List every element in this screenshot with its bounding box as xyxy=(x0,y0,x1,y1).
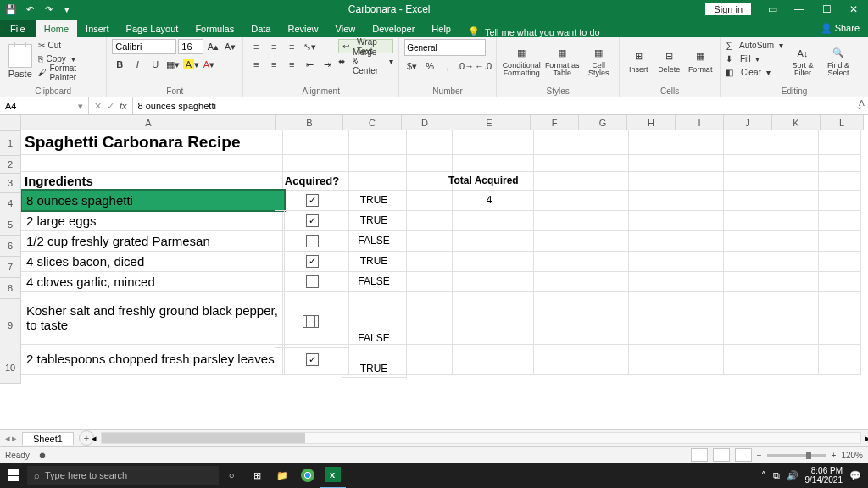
cell-L6[interactable] xyxy=(811,230,861,252)
cell-E7[interactable] xyxy=(445,251,534,272)
percent-icon[interactable]: % xyxy=(422,58,437,74)
cell-C2[interactable] xyxy=(342,154,407,172)
cell-E10[interactable] xyxy=(445,344,534,375)
align-center-icon[interactable]: ≡ xyxy=(266,57,281,72)
cell-B2[interactable] xyxy=(275,154,349,172)
row-header-3[interactable]: 3 xyxy=(0,174,21,193)
conditional-formatting-button[interactable]: ▦Conditional Formatting xyxy=(502,39,541,83)
cell-B5[interactable]: ✓ xyxy=(275,210,349,231)
checkbox-r8[interactable] xyxy=(306,275,319,288)
cell-E2[interactable] xyxy=(445,154,534,172)
cell-L8[interactable] xyxy=(811,271,861,292)
col-header-B[interactable]: B xyxy=(276,115,343,130)
cell-L9[interactable] xyxy=(811,291,861,345)
save-icon[interactable]: 💾 xyxy=(5,3,17,15)
col-header-C[interactable]: C xyxy=(343,115,402,130)
increase-font-icon[interactable]: A▴ xyxy=(205,39,220,54)
clear-button[interactable]: ◧ Clear ▾ xyxy=(726,66,783,79)
cell-A10[interactable]: 2 tablespoons chopped fresh parsley leav… xyxy=(21,344,285,375)
row-header-10[interactable]: 10 xyxy=(0,352,21,384)
formula-input[interactable]: 8 ounces spaghetti xyxy=(133,101,850,111)
cell-A8[interactable]: 4 cloves garlic, minced xyxy=(21,271,285,292)
col-header-G[interactable]: G xyxy=(579,115,627,130)
name-box[interactable]: A4▾ xyxy=(0,97,89,114)
cell-L10[interactable] xyxy=(811,344,861,375)
scroll-thumb[interactable] xyxy=(102,433,305,443)
format-as-table-button[interactable]: ▦Format as Table xyxy=(544,39,580,83)
page-break-view-button[interactable] xyxy=(735,448,752,462)
cell-C3[interactable] xyxy=(342,171,407,191)
cell-L2[interactable] xyxy=(811,154,861,172)
col-header-F[interactable]: F xyxy=(531,115,579,130)
cell-E5[interactable] xyxy=(445,210,534,231)
autosum-button[interactable]: ∑ AutoSum ▾ xyxy=(726,39,783,52)
checkbox-r10[interactable]: ✓ xyxy=(306,353,319,366)
select-all-corner[interactable] xyxy=(0,115,21,131)
cell-E9[interactable] xyxy=(445,291,534,345)
cell-A3[interactable]: Ingredients xyxy=(21,171,283,191)
fx-icon[interactable]: fx xyxy=(120,101,127,111)
tab-view[interactable]: View xyxy=(327,20,364,37)
scroll-left-icon[interactable]: ◂ xyxy=(92,433,97,444)
col-header-L[interactable]: L xyxy=(821,115,864,130)
font-color-button[interactable]: A▾ xyxy=(201,57,216,72)
maximize-icon[interactable]: ☐ xyxy=(815,0,837,19)
checkbox-r5[interactable]: ✓ xyxy=(306,214,319,227)
cell-C7[interactable]: TRUE xyxy=(342,251,407,272)
row-header-1[interactable]: 1 xyxy=(0,131,21,156)
share-button[interactable]: 👤 Share xyxy=(812,19,868,37)
format-painter-button[interactable]: 🖌Format Painter xyxy=(38,66,101,79)
cell-B8[interactable] xyxy=(275,271,349,292)
checkbox-r4[interactable]: ✓ xyxy=(306,194,319,207)
cell-L1[interactable] xyxy=(811,130,861,155)
cell-A2[interactable] xyxy=(21,154,283,172)
delete-cells-button[interactable]: ⊟Delete xyxy=(655,39,682,83)
cell-E3[interactable]: Total Acquired xyxy=(445,171,534,191)
collapse-ribbon-icon[interactable]: ᐱ xyxy=(859,98,865,108)
tab-developer[interactable]: Developer xyxy=(364,20,423,37)
cell-A1[interactable]: Spaghetti Carbonara Recipe xyxy=(21,130,283,155)
row-header-2[interactable]: 2 xyxy=(0,156,21,174)
tray-clock[interactable]: 8:06 PM9/14/2021 xyxy=(805,466,843,485)
zoom-slider[interactable] xyxy=(767,454,826,457)
fill-color-button[interactable]: A▾ xyxy=(183,57,198,72)
tab-review[interactable]: Review xyxy=(279,20,326,37)
sheet-nav-prev-icon[interactable]: ◂ xyxy=(5,433,10,444)
format-cells-button[interactable]: ▦Format xyxy=(686,39,715,83)
macro-record-icon[interactable]: ⏺ xyxy=(38,451,47,460)
normal-view-button[interactable] xyxy=(691,448,708,462)
zoom-out-icon[interactable]: − xyxy=(757,451,762,460)
row-header-9[interactable]: 9 xyxy=(0,299,21,352)
checkbox-r9-b[interactable] xyxy=(303,315,315,328)
taskbar-search[interactable]: ⌕Type here to search xyxy=(27,466,219,485)
row-header-7[interactable]: 7 xyxy=(0,257,21,278)
sheet-tab-sheet1[interactable]: Sheet1 xyxy=(22,432,74,445)
cell-B4[interactable]: ✓ xyxy=(275,190,349,211)
tab-file[interactable]: File xyxy=(0,20,36,37)
cell-C6[interactable]: FALSE xyxy=(342,230,407,252)
cell-E6[interactable] xyxy=(445,230,534,252)
enter-formula-icon[interactable]: ✓ xyxy=(107,101,114,112)
merge-center-button[interactable]: ⬌ Merge & Center ▾ xyxy=(338,55,393,68)
find-select-button[interactable]: 🔍Find & Select xyxy=(822,39,854,83)
cell-B10[interactable]: ✓ xyxy=(275,344,349,375)
tray-overflow-icon[interactable]: ˄ xyxy=(761,470,766,481)
cell-A7[interactable]: 4 slices bacon, diced xyxy=(21,251,285,272)
increase-decimal-icon[interactable]: .0→ xyxy=(458,58,473,74)
cell-A4[interactable]: 8 ounces spaghetti xyxy=(21,190,285,211)
col-header-K[interactable]: K xyxy=(772,115,821,130)
tab-help[interactable]: Help xyxy=(423,20,459,37)
start-button[interactable] xyxy=(0,463,27,488)
currency-icon[interactable]: $▾ xyxy=(404,58,420,74)
cell-L3[interactable] xyxy=(811,171,861,191)
cell-B6[interactable] xyxy=(275,230,349,252)
cell-B1[interactable] xyxy=(275,130,349,155)
qat-dropdown-icon[interactable]: ▾ xyxy=(61,3,73,15)
checkbox-r6[interactable] xyxy=(306,235,319,247)
cell-E4[interactable]: 4 xyxy=(445,190,534,211)
tell-me-box[interactable]: 💡 Tell me what you want to do xyxy=(459,26,609,37)
align-top-icon[interactable]: ≡ xyxy=(248,39,264,54)
row-header-5[interactable]: 5 xyxy=(0,214,21,236)
bold-button[interactable]: B xyxy=(112,57,127,72)
col-header-J[interactable]: J xyxy=(724,115,772,130)
